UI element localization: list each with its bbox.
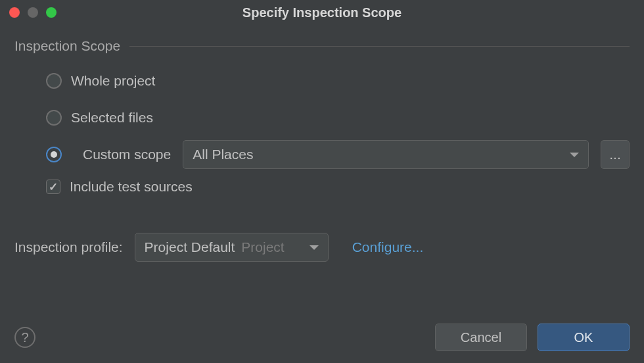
inspection-profile-row: Inspection profile: Project Default Proj… [14, 233, 630, 262]
radio-custom-scope-row: Custom scope All Places ... [46, 145, 630, 164]
minimize-window-button[interactable] [28, 7, 38, 18]
custom-scope-dropdown[interactable]: All Places [183, 140, 589, 169]
configure-link[interactable]: Configure... [352, 239, 424, 255]
radio-label: Whole project [71, 73, 155, 89]
traffic-lights [9, 7, 57, 18]
footer-buttons: Cancel OK [435, 324, 630, 351]
checkbox-label: Include test sources [70, 179, 193, 195]
profile-selected-name: Project Default [145, 239, 235, 255]
titlebar: Specify Inspection Scope [0, 0, 644, 25]
chevron-down-icon [310, 245, 319, 250]
maximize-window-button[interactable] [46, 7, 57, 18]
section-title: Inspection Scope [14, 38, 120, 54]
scope-radio-group: Whole project Selected files Custom scop… [14, 71, 630, 195]
dialog-content: Inspection Scope Whole project Selected … [0, 25, 644, 262]
section-header: Inspection Scope [14, 38, 630, 54]
profile-label: Inspection profile: [14, 239, 123, 255]
help-button[interactable]: ? [14, 327, 35, 348]
scope-details-button[interactable]: ... [601, 140, 630, 169]
section-divider [129, 46, 630, 47]
checkbox-icon [46, 180, 60, 194]
include-test-sources-row[interactable]: Include test sources [46, 179, 630, 195]
profile-selected-suffix: Project [241, 239, 284, 255]
radio-selected-files[interactable]: Selected files [46, 108, 630, 128]
ok-button[interactable]: OK [538, 324, 630, 351]
close-window-button[interactable] [9, 7, 20, 18]
chevron-down-icon [570, 153, 579, 157]
dropdown-selected: All Places [193, 147, 253, 162]
radio-label: Custom scope [83, 147, 171, 162]
window-title: Specify Inspection Scope [242, 5, 402, 20]
profile-dropdown[interactable]: Project Default Project [135, 233, 329, 262]
radio-label: Selected files [71, 110, 153, 126]
radio-icon [46, 110, 62, 126]
radio-whole-project[interactable]: Whole project [46, 71, 630, 91]
radio-custom-scope[interactable] [46, 147, 62, 162]
dialog-footer: ? Cancel OK [14, 324, 630, 351]
cancel-button[interactable]: Cancel [435, 324, 527, 351]
radio-icon [46, 73, 62, 89]
